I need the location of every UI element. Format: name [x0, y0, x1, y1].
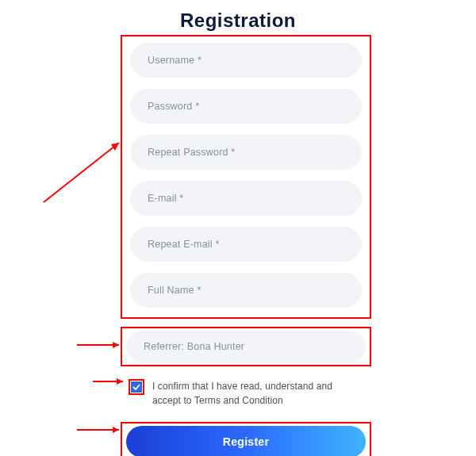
email-field[interactable]: E-mail * [130, 181, 362, 216]
fullname-field[interactable]: Full Name * [130, 273, 362, 308]
svg-marker-7 [113, 427, 119, 433]
button-highlight: Register [121, 422, 371, 456]
username-field[interactable]: Username * [130, 43, 362, 78]
svg-marker-1 [111, 143, 119, 151]
consent-row: I confirm that I have read, understand a… [121, 379, 371, 408]
svg-marker-3 [113, 342, 119, 348]
svg-marker-5 [117, 378, 123, 385]
referrer-highlight: Referrer: Bona Hunter [121, 327, 371, 366]
register-button[interactable]: Register [126, 426, 366, 456]
consent-text: I confirm that I have read, understand a… [152, 379, 363, 408]
password-placeholder: Password * [148, 101, 199, 112]
referrer-field[interactable]: Referrer: Bona Hunter [126, 331, 366, 362]
consent-checkbox-highlight [129, 379, 144, 395]
email-placeholder: E-mail * [148, 193, 183, 204]
arrow-icon [75, 339, 127, 351]
page-title: Registration [0, 0, 476, 36]
referrer-value: Referrer: Bona Hunter [144, 341, 244, 352]
password-field[interactable]: Password * [130, 89, 362, 124]
arrow-icon [40, 135, 127, 206]
registration-form: Username * Password * Repeat Password * … [121, 35, 371, 456]
repeat-email-field[interactable]: Repeat E-mail * [130, 227, 362, 262]
arrow-icon [91, 376, 131, 387]
fullname-placeholder: Full Name * [148, 285, 202, 296]
username-placeholder: Username * [148, 55, 202, 66]
repeat-password-placeholder: Repeat Password * [148, 147, 235, 158]
check-icon [132, 383, 140, 391]
repeat-email-placeholder: Repeat E-mail * [148, 239, 220, 250]
consent-checkbox[interactable] [131, 381, 142, 393]
repeat-password-field[interactable]: Repeat Password * [130, 135, 362, 170]
main-fields-highlight: Username * Password * Repeat Password * … [121, 35, 371, 319]
register-button-label: Register [223, 435, 269, 448]
arrow-icon [75, 424, 127, 435]
svg-line-0 [44, 143, 119, 202]
